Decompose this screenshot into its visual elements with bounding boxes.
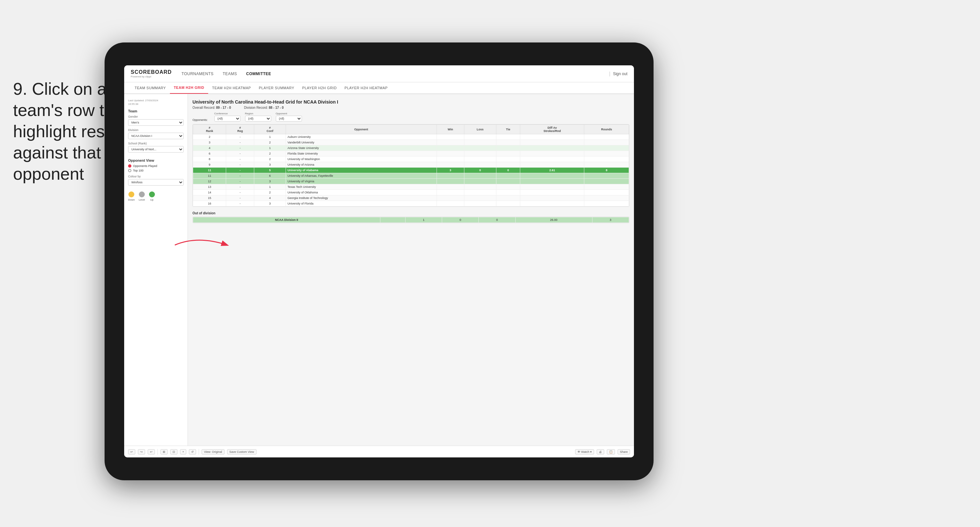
table-row[interactable]: 2-1Auburn University (193, 134, 629, 140)
division-select[interactable]: NCAA Division I (128, 133, 184, 139)
table-cell (584, 151, 629, 156)
table-cell: - (226, 195, 254, 201)
table-cell (437, 151, 464, 156)
radio-dot-empty (128, 169, 131, 172)
toolbar-layout[interactable]: ⊡ (170, 449, 177, 454)
table-cell (437, 190, 464, 195)
toolbar-grid[interactable]: ⊞ (161, 449, 168, 454)
table-cell: University of Arkansas, Fayetteville (286, 173, 437, 179)
col-loss: Loss (464, 125, 496, 134)
table-cell: 14 (193, 190, 226, 195)
legend-up-label: Up (150, 198, 153, 201)
table-cell (464, 184, 496, 190)
subnav-team-summary[interactable]: TEAM SUMMARY (131, 82, 170, 94)
table-row[interactable]: 8-2University of Washington (193, 156, 629, 162)
table-row[interactable]: 11-6University of Arkansas, Fayetteville (193, 173, 629, 179)
table-cell (496, 140, 520, 145)
table-row[interactable]: 14-2University of Oklahoma (193, 190, 629, 195)
subnav-player-h2h-grid[interactable]: PLAYER H2H GRID (298, 82, 341, 94)
table-row[interactable]: 11-5University of Alabama3002.618 (193, 167, 629, 173)
toolbar-sep2 (199, 449, 199, 455)
legend-down: Down (128, 191, 135, 201)
nav-teams[interactable]: TEAMS (223, 70, 237, 77)
table-cell: - (226, 201, 254, 207)
table-cell (437, 173, 464, 179)
region-select[interactable]: (All) (245, 116, 271, 121)
toolbar-copy[interactable]: 📋 (607, 449, 615, 454)
table-row[interactable]: 13-1Texas Tech University (193, 184, 629, 190)
table-cell (437, 184, 464, 190)
legend-up-circle (149, 191, 155, 197)
subnav-team-h2h-grid[interactable]: TEAM H2H GRID (170, 82, 208, 94)
table-cell (584, 201, 629, 207)
nav-committee[interactable]: COMMITTEE (246, 70, 271, 77)
table-row[interactable]: 12-3University of Virginia (193, 179, 629, 184)
legend-level-circle (139, 191, 145, 197)
table-cell (584, 156, 629, 162)
table-cell: - (226, 190, 254, 195)
out-of-division-row[interactable]: NCAA Division II 1 0 0 26.00 3 (193, 217, 629, 223)
grid-header: University of North Carolina Head-to-Hea… (192, 99, 629, 110)
table-cell: 0 (464, 167, 496, 173)
radio-top100[interactable]: Top 100 (128, 169, 184, 172)
table-cell (496, 190, 520, 195)
table-row[interactable]: 6-2Florida State University (193, 151, 629, 156)
table-cell (464, 201, 496, 207)
toolbar-refresh[interactable]: ↺ (189, 449, 196, 454)
table-row[interactable]: 3-2Vanderbilt University (193, 140, 629, 145)
toolbar-undo[interactable]: ↩ (128, 449, 135, 454)
sign-out-link[interactable]: Sign out (613, 72, 627, 76)
colour-by-select[interactable]: Win/loss (128, 179, 184, 186)
school-select[interactable]: University of Nort... (128, 146, 184, 153)
table-cell: 15 (193, 195, 226, 201)
filters-row: Opponents: Conference (All) Region (All) (192, 112, 629, 121)
gender-select[interactable]: Men's (128, 119, 184, 126)
opponent-select[interactable]: (All) (276, 116, 302, 121)
table-row[interactable]: 16-3University of Florida (193, 201, 629, 207)
toolbar-redo[interactable]: ↪ (138, 449, 145, 454)
ood-empty (380, 217, 405, 223)
subnav-team-h2h-heatmap[interactable]: TEAM H2H HEATMAP (208, 82, 255, 94)
table-cell (464, 162, 496, 167)
radio-opponents-played[interactable]: Opponents Played (128, 164, 184, 167)
toolbar-view-original[interactable]: View: Original (202, 449, 224, 454)
grid-title: University of North Carolina Head-to-Hea… (192, 99, 629, 105)
toolbar-back[interactable]: ↩ (148, 449, 155, 454)
nav-items: TOURNAMENTS TEAMS COMMITTEE (182, 70, 609, 77)
table-cell: - (226, 167, 254, 173)
out-of-division-table-wrapper: NCAA Division II 1 0 0 26.00 3 (192, 217, 629, 223)
subnav-player-summary[interactable]: PLAYER SUMMARY (255, 82, 298, 94)
table-cell: University of Arizona (286, 162, 437, 167)
toolbar-add[interactable]: + (180, 449, 186, 454)
table-cell (520, 156, 584, 162)
table-cell: Georgia Institute of Technology (286, 195, 437, 201)
table-cell (464, 151, 496, 156)
division-record-label: Division Record: 88 - 17 - 0 (244, 106, 284, 110)
table-cell (520, 179, 584, 184)
table-cell (496, 201, 520, 207)
table-cell: 8 (584, 167, 629, 173)
table-cell: 1 (254, 145, 286, 151)
table-cell (520, 184, 584, 190)
toolbar-print[interactable]: 🖨 (597, 449, 604, 454)
table-cell: 12 (193, 179, 226, 184)
toolbar-save-custom[interactable]: Save Custom View (227, 449, 256, 454)
table-cell: 13 (193, 184, 226, 190)
table-cell (584, 190, 629, 195)
conference-select[interactable]: (All) (214, 116, 240, 121)
table-cell: 3 (254, 162, 286, 167)
table-row[interactable]: 4-1Arizona State University (193, 145, 629, 151)
col-opponent: Opponent (286, 125, 437, 134)
table-row[interactable]: 9-3University of Arizona (193, 162, 629, 167)
table-cell (584, 145, 629, 151)
main-grid-table: #Rank #Reg #Conf Opponent Win Loss Tie D… (193, 124, 629, 207)
table-row[interactable]: 15-4Georgia Institute of Technology (193, 195, 629, 201)
radio-dot-filled (128, 164, 131, 167)
subnav-player-h2h-heatmap[interactable]: PLAYER H2H HEATMAP (340, 82, 391, 94)
nav-tournaments[interactable]: TOURNAMENTS (182, 70, 214, 77)
ood-rounds: 3 (592, 217, 629, 223)
gender-label: Gender (128, 115, 184, 118)
toolbar-share[interactable]: Share (617, 449, 630, 454)
toolbar-watch[interactable]: 👁 Watch ▾ (575, 449, 594, 454)
table-cell: - (226, 140, 254, 145)
